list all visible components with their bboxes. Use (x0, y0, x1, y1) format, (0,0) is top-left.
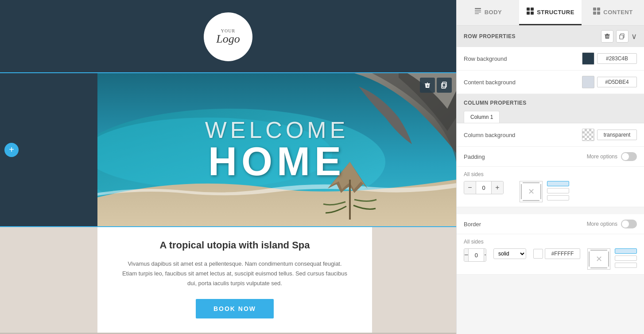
content-background-value: #D5DBE4 (582, 76, 637, 88)
border-top-line (590, 250, 607, 251)
row-properties-actions: ∨ (601, 30, 637, 43)
border-all-sides: All sides − + solid dashed dotted none #… (457, 234, 644, 275)
border-more-options: More options (587, 220, 637, 228)
column-background-color-text[interactable]: transparent (597, 130, 637, 140)
svg-rect-14 (593, 8, 596, 11)
hero-delete-button[interactable] (420, 78, 435, 93)
svg-rect-6 (475, 8, 481, 9)
row-background-value: #283C4B (582, 52, 637, 65)
tab-content[interactable]: CONTENT (582, 0, 644, 25)
border-bottom-line (590, 267, 607, 268)
row-delete-button[interactable] (601, 30, 613, 43)
canvas-area: YOUR Logo + (0, 0, 456, 334)
column-1-tab[interactable]: Column 1 (464, 111, 500, 123)
border-increase-button[interactable]: + (484, 249, 486, 261)
content-background-swatch[interactable] (582, 76, 594, 88)
padding-more-options: More options (587, 152, 637, 161)
border-grid-area: ✕ (587, 248, 637, 270)
border-stepper: − + (464, 248, 486, 262)
svg-rect-12 (527, 12, 530, 15)
svg-rect-11 (531, 8, 534, 11)
border-color-text[interactable]: #FFFFFF (545, 248, 580, 259)
border-line-3[interactable] (615, 263, 637, 268)
row-properties-title: ROW PROPERTIES (464, 33, 516, 39)
padding-left-border (521, 184, 522, 199)
padding-line-3[interactable] (547, 195, 569, 200)
content-center: A tropical utopia with island Spa Vivamu… (97, 226, 372, 333)
content-body-text: Vivamus dapibus sit amet est a pellentes… (120, 259, 350, 288)
padding-toggle[interactable] (621, 152, 637, 161)
svg-rect-16 (593, 12, 596, 15)
padding-sides-controls: − + ✕ (464, 181, 637, 202)
padding-line-2[interactable] (547, 188, 569, 193)
welcome-text: WELCOME (205, 118, 349, 141)
svg-rect-5 (442, 83, 446, 88)
border-toggle[interactable] (621, 220, 637, 228)
svg-rect-15 (597, 8, 600, 11)
border-decrease-button[interactable]: − (464, 249, 468, 261)
border-grid-outer: ✕ (587, 248, 610, 270)
padding-stepper: − + (464, 181, 504, 194)
padding-decrease-button[interactable]: − (464, 181, 476, 194)
svg-rect-19 (620, 35, 623, 39)
book-now-button[interactable]: BOOK NOW (196, 299, 274, 318)
svg-rect-17 (597, 12, 600, 15)
logo-name-text: Logo (216, 33, 240, 45)
padding-header-row: Padding More options (457, 147, 644, 167)
content-background-color-text[interactable]: #D5DBE4 (597, 77, 637, 87)
border-value-input[interactable] (468, 249, 484, 261)
padding-toggle-knob (622, 153, 629, 160)
content-tab-icon (593, 7, 601, 17)
hero-section: + (0, 73, 456, 226)
tab-body[interactable]: BODY (457, 0, 519, 25)
row-background-swatch[interactable] (582, 52, 594, 65)
padding-line-1[interactable] (547, 181, 569, 186)
border-lines-grid (615, 248, 637, 268)
hero-copy-button[interactable] (437, 78, 452, 93)
border-line-1[interactable] (615, 248, 637, 254)
add-row-button[interactable]: + (4, 143, 19, 157)
content-background-label: Content background (464, 79, 516, 86)
column-properties-title: COLUMN PROPERTIES (464, 100, 527, 106)
column-background-section: Column background transparent (457, 123, 644, 147)
padding-border-grid-area: ✕ (520, 181, 569, 202)
border-right-line (608, 251, 609, 267)
row-background-section: Row background #283C4B Content backgroun… (457, 47, 644, 94)
border-all-sides-label: All sides (464, 239, 637, 245)
right-panel: BODY STRUCTURE CONTENT ROW PROPERTIES ∨ (456, 0, 644, 334)
tab-structure-label: STRUCTURE (537, 9, 574, 16)
padding-increase-button[interactable]: + (492, 181, 503, 194)
padding-grid-outer: ✕ (520, 181, 543, 202)
border-line-2[interactable] (615, 255, 637, 261)
svg-rect-10 (527, 8, 530, 11)
hero-image-area: WELCOME HOME (97, 73, 456, 226)
structure-tab-icon (526, 7, 534, 17)
padding-all-sides: All sides − + ✕ (457, 167, 644, 207)
content-left-padding (0, 226, 97, 333)
column-background-label: Column background (464, 132, 515, 138)
row-background-row: Row background #283C4B (457, 47, 644, 71)
row-background-color-text[interactable]: #283C4B (597, 53, 637, 64)
border-style-select[interactable]: solid dashed dotted none (493, 248, 526, 259)
body-tab-icon (474, 7, 482, 17)
row-background-label: Row background (464, 55, 507, 62)
column-background-row: Column background transparent (457, 123, 644, 147)
row-properties-header: ROW PROPERTIES ∨ (457, 26, 644, 47)
content-heading: A tropical utopia with island Spa (160, 240, 310, 251)
padding-bottom-border (523, 200, 539, 201)
border-header-row: Border More options (457, 214, 644, 234)
hero-text-overlay: WELCOME HOME (97, 73, 456, 226)
border-grid-x-icon: ✕ (596, 254, 602, 264)
border-color-swatch[interactable] (533, 249, 543, 259)
padding-value-input[interactable] (476, 181, 492, 194)
column-properties-header: COLUMN PROPERTIES (457, 94, 644, 111)
svg-rect-9 (475, 13, 479, 14)
tab-structure[interactable]: STRUCTURE (519, 0, 582, 25)
column-background-swatch[interactable] (582, 129, 594, 141)
row-collapse-button[interactable]: ∨ (631, 31, 637, 41)
content-background-row: Content background #D5DBE4 (457, 71, 644, 94)
row-copy-button[interactable] (616, 30, 628, 43)
content-right-padding (372, 226, 456, 333)
home-text: HOME (208, 141, 345, 181)
border-left-line (589, 251, 590, 267)
